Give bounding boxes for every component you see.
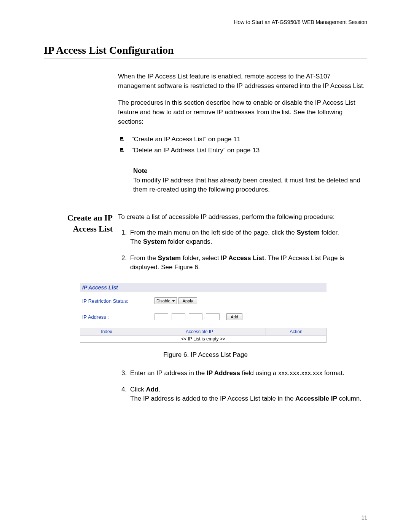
procedure-list: From the main menu on the left side of t…: [118, 228, 367, 273]
text: folder.: [320, 229, 339, 236]
apply-button[interactable]: Apply: [178, 297, 198, 304]
text: field using a xxx.xxx.xxx.xxx format.: [240, 369, 344, 377]
text: .: [159, 386, 161, 393]
status-label: IP Restriction Status:: [82, 298, 155, 304]
running-head: How to Start an AT-GS950/8 WEB Managemen…: [44, 19, 367, 25]
subsection-heading: Create an IP Access List: [44, 212, 113, 234]
section-title: IP Access List Configuration: [44, 44, 367, 59]
ip-octet-input[interactable]: [206, 313, 220, 320]
step-4: Click Add. The IP address is added to th…: [129, 385, 367, 404]
dot: .: [186, 315, 188, 319]
bold: IP Access List: [221, 254, 264, 262]
bold: Add: [146, 386, 159, 393]
ip-octet-input[interactable]: [172, 313, 185, 320]
th-accessible-ip: Accessible IP: [133, 328, 266, 335]
ip-octet-input[interactable]: [189, 313, 202, 320]
text: From the main menu on the left side of t…: [130, 229, 297, 236]
bullet-item: “Create an IP Access List” on page 11: [120, 134, 367, 145]
text: folder expands.: [166, 238, 212, 245]
status-select[interactable]: Disable: [155, 297, 177, 304]
note-block: Note To modify IP address that has alrea…: [133, 164, 367, 197]
ui-panel-title: IP Access List: [80, 283, 327, 292]
bold: IP Address: [207, 369, 240, 377]
add-button[interactable]: Add: [226, 313, 242, 320]
ip-address-label: IP Address :: [82, 314, 155, 320]
text: From the: [130, 254, 158, 262]
ip-access-table: Index Accessible IP Action << IP List is…: [80, 328, 327, 343]
text: column.: [337, 395, 362, 402]
intro-paragraph-2: The procedures in this section describe …: [118, 98, 367, 126]
empty-row: << IP List is empty >>: [80, 335, 327, 343]
dot: .: [203, 315, 205, 319]
ip-address-field: . . .: [155, 313, 220, 320]
page-number: 11: [361, 514, 367, 521]
intro-paragraph-1: When the IP Access List feature is enabl…: [118, 72, 367, 91]
note-text: To modify IP address that has already be…: [133, 177, 360, 193]
text: The IP address is added to the IP Access…: [130, 395, 295, 402]
figure-caption: Figure 6. IP Access List Page: [44, 351, 367, 359]
bold: System: [158, 254, 181, 262]
bold: System: [143, 238, 166, 245]
bullet-item: “Delete an IP Address List Entry” on pag…: [120, 145, 367, 156]
step-3: Enter an IP address in the IP Address fi…: [129, 369, 367, 378]
subsection-lead: To create a list of accessible IP addres…: [118, 212, 367, 222]
bold: System: [297, 229, 320, 236]
text: Enter an IP address in the: [130, 369, 207, 377]
note-label: Note: [133, 167, 148, 174]
reference-bullet-list: “Create an IP Access List” on page 11 “D…: [120, 134, 367, 156]
th-action: Action: [266, 328, 327, 335]
text: Click: [130, 386, 146, 393]
th-index: Index: [80, 328, 133, 335]
text: The: [130, 238, 143, 245]
chevron-down-icon: [172, 300, 175, 302]
ip-octet-input[interactable]: [155, 313, 168, 320]
figure-ip-access-list: IP Access List IP Restriction Status: Di…: [80, 283, 327, 343]
procedure-list-cont: Enter an IP address in the IP Address fi…: [118, 369, 367, 404]
step-2: From the System folder, select IP Access…: [129, 254, 367, 272]
dot: .: [169, 315, 171, 319]
bold: Accessible IP: [295, 395, 337, 402]
step-1: From the main menu on the left side of t…: [129, 228, 367, 247]
status-select-value: Disable: [156, 299, 170, 303]
text: folder, select: [181, 254, 221, 262]
